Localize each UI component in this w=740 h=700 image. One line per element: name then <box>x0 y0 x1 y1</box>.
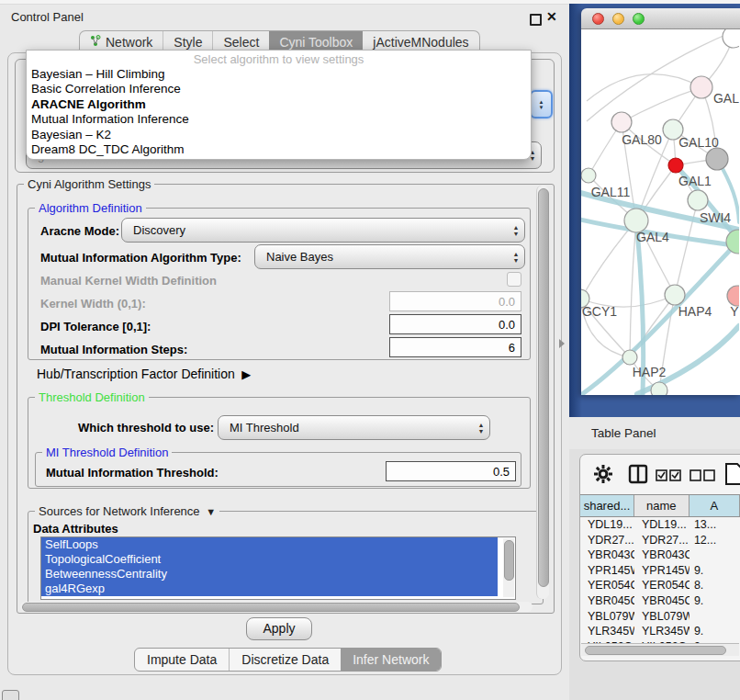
network-node-label: SWI4 <box>700 210 731 225</box>
table-cell: YDL19... <box>634 517 690 533</box>
splitpane-arrow-icon[interactable] <box>559 339 565 348</box>
network-node[interactable] <box>723 29 739 48</box>
algorithm-option[interactable]: Bayesian – K2 <box>27 128 531 142</box>
table-row[interactable]: YDL19...YDL19...13... <box>580 517 740 533</box>
aracne-mode-combobox[interactable]: Discovery ▲▼ <box>121 218 525 243</box>
sources-title[interactable]: Sources for Network Inference ▼ <box>35 504 219 518</box>
network-node[interactable] <box>727 286 739 306</box>
tab-infer-network[interactable]: Infer Network <box>341 649 441 671</box>
table-cell: YBL079W <box>580 609 634 625</box>
data-attributes-list[interactable]: SelfLoopsTopologicalCoefficientBetweenne… <box>40 536 516 600</box>
column-header-shared-name[interactable]: shared... <box>580 495 634 516</box>
unchecked-checkboxes-icon[interactable] <box>690 469 715 485</box>
network-edge <box>630 220 636 357</box>
network-canvas[interactable]: GALGAL80GAL10GAL1GAL11SWI4GAL4GCY1YHAP4H… <box>581 29 740 395</box>
network-node-label: GAL <box>713 91 739 106</box>
apply-button[interactable]: Apply <box>246 617 312 640</box>
cyni-settings-title: Cyni Algorithm Settings <box>24 177 154 191</box>
table-cell: 9. <box>690 624 740 639</box>
network-node-label: GAL11 <box>591 185 631 199</box>
settings-horizontal-scrollbar[interactable] <box>20 602 533 612</box>
network-node[interactable] <box>668 158 683 173</box>
algorithm-popup-list: Bayesian – Hill ClimbingBasic Correlatio… <box>27 67 531 157</box>
mi-steps-label: Mutual Information Steps: <box>40 343 187 356</box>
attribute-item[interactable]: SelfLoops <box>41 537 498 552</box>
table-row[interactable]: YER054CYER054C8. <box>580 578 740 593</box>
tab-impute-data[interactable]: Impute Data <box>135 649 229 671</box>
table-horizontal-scrollbar[interactable] <box>581 643 739 656</box>
attribute-item[interactable]: TopologicalCoefficient <box>41 552 498 567</box>
table-cell: YLR345W <box>634 624 690 639</box>
mi-steps-field[interactable] <box>389 337 521 357</box>
table-row[interactable]: YDR27...YDR27...12... <box>580 533 740 548</box>
algorithm-option[interactable]: Bayesian – Hill Climbing <box>27 67 531 82</box>
table-cell: YDR27... <box>580 533 634 548</box>
network-node[interactable] <box>690 76 712 98</box>
close-traffic-light-icon[interactable] <box>592 13 604 25</box>
table-row[interactable]: YBR043CYBR043C <box>580 548 740 563</box>
app-screen: Control Panel ✕ Network Style Select Cyn… <box>0 0 740 700</box>
tab-discretize-data[interactable]: Discretize Data <box>229 649 341 671</box>
hub-definition-toggle[interactable]: Hub/Transcription Factor Definition ▶ <box>37 367 251 381</box>
network-node-label: GAL1 <box>678 174 712 188</box>
zoom-traffic-light-icon[interactable] <box>633 13 645 25</box>
network-node[interactable] <box>622 350 637 365</box>
attributes-scrollbar[interactable] <box>503 538 514 597</box>
column-header-name[interactable]: name <box>634 495 690 516</box>
column-header-third[interactable]: A <box>690 495 740 516</box>
combo-spinner-icon: ▲▼ <box>473 422 489 435</box>
network-node[interactable] <box>581 168 596 183</box>
checked-checkboxes-icon[interactable] <box>656 469 681 485</box>
algorithm-option[interactable]: Basic Correlation Inference <box>27 82 531 96</box>
mi-type-combobox[interactable]: Naive Bayes ▲▼ <box>254 244 525 269</box>
gear-icon[interactable] <box>593 464 613 488</box>
network-node[interactable] <box>688 190 708 210</box>
combo-spinner-icon: ▲▼ <box>508 251 524 264</box>
table-row[interactable]: YBR045CYBR045C9. <box>580 593 740 609</box>
network-window-titlebar[interactable] <box>581 8 740 29</box>
algorithm-option[interactable]: Dream8 DC_TDC Algorithm <box>27 142 531 157</box>
network-graph: GALGAL80GAL10GAL1GAL11SWI4GAL4GCY1YHAP4H… <box>581 29 739 395</box>
attribute-item[interactable]: gal4RGexp <box>41 581 498 596</box>
network-node[interactable] <box>651 382 667 395</box>
algorithm-option[interactable]: ARACNE Algorithm <box>27 97 531 112</box>
node-table-header: shared... name A <box>580 494 740 517</box>
document-icon[interactable] <box>724 462 740 490</box>
network-edge <box>587 32 732 121</box>
manual-kernel-checkbox[interactable] <box>507 272 521 287</box>
attribute-item[interactable]: BetweennessCentrality <box>41 567 498 581</box>
table-cell: YBR045C <box>634 593 690 609</box>
table-row[interactable]: YPR145WYPR145W9. <box>580 563 740 579</box>
close-icon[interactable]: ✕ <box>546 9 557 24</box>
which-threshold-combobox[interactable]: MI Threshold ▲▼ <box>218 415 490 440</box>
table-row[interactable]: YBL079WYBL079W <box>580 609 740 625</box>
threshold-definition-title: Threshold Definition <box>35 390 149 404</box>
control-panel-title: Control Panel <box>11 10 84 24</box>
minimize-traffic-light-icon[interactable] <box>612 13 624 25</box>
popup-header: Select algorithm to view settings <box>27 51 531 67</box>
combo-spinner-icon: ▲▼ <box>508 224 524 237</box>
network-node[interactable] <box>706 148 728 170</box>
network-node[interactable] <box>665 285 685 305</box>
node-table-body: YDL19...YDL19...13...YDR27...YDR27...12.… <box>580 517 740 643</box>
dpi-tolerance-label: DPI Tolerance [0,1]: <box>40 320 151 333</box>
minimized-panel-icon[interactable] <box>2 690 19 700</box>
table-panel-title: Table Panel <box>591 426 656 440</box>
settings-vertical-scrollbar[interactable] <box>536 186 549 599</box>
network-window: GALGAL80GAL10GAL1GAL11SWI4GAL4GCY1YHAP4H… <box>581 8 740 395</box>
network-node-label: GCY1 <box>582 304 617 319</box>
kernel-width-field[interactable] <box>389 291 521 311</box>
table-cell: YBR043C <box>580 548 634 563</box>
dpi-tolerance-field[interactable] <box>389 314 521 334</box>
network-node[interactable] <box>611 112 632 132</box>
bottom-tabbar: Impute Data Discretize Data Infer Networ… <box>134 648 442 672</box>
restore-icon[interactable] <box>530 14 542 26</box>
algorithm-option[interactable]: Mutual Information Inference <box>27 112 531 127</box>
table-cell: 13... <box>690 517 740 533</box>
table-row[interactable]: YLR345WYLR345W9. <box>580 624 740 639</box>
split-columns-icon[interactable] <box>628 464 648 488</box>
expand-right-icon: ▶ <box>239 367 252 381</box>
algorithm-combobox-button[interactable]: ▲▼ <box>530 90 553 119</box>
table-cell: 9. <box>690 563 740 579</box>
mi-threshold-field[interactable] <box>386 461 516 481</box>
